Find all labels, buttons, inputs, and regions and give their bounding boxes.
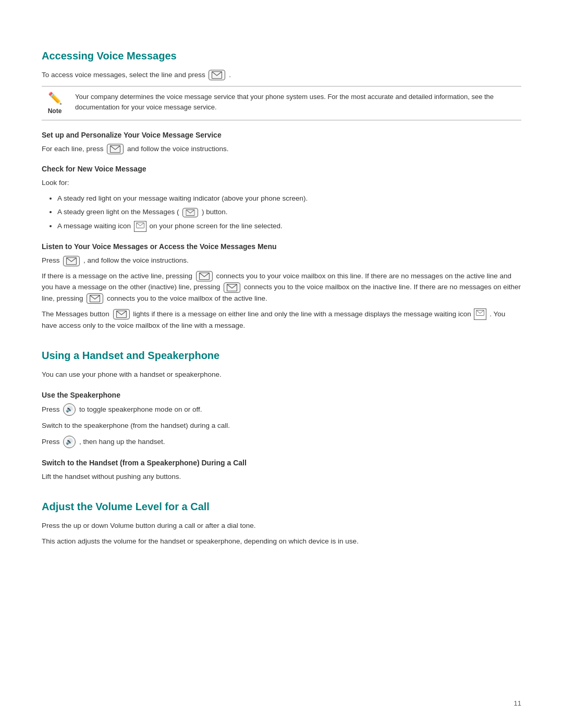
note-block: ✏️ Note Your company determines the voic… — [42, 86, 521, 120]
envelope-button-messages-btn — [113, 309, 130, 319]
speakerphone-para-2: Switch to the speakerphone (from the han… — [42, 420, 521, 431]
envelope-button-active — [196, 271, 213, 281]
note-icon-col: ✏️ Note — [42, 92, 68, 115]
look-for-label: Look for: — [42, 177, 521, 189]
subsection-title-set-up: Set up and Personalize Your Voice Messag… — [42, 131, 521, 139]
listen-para-2: If there is a message on the active line… — [42, 270, 521, 304]
page-number: 11 — [514, 699, 521, 707]
adjust-volume-para-2: This action adjusts the volume for the h… — [42, 536, 521, 547]
subsection-title-speakerphone: Use the Speakerphone — [42, 391, 521, 399]
speakerphone-button-2: 🔊 — [63, 436, 76, 448]
listen-para-1: Press , and follow the voice instruction… — [42, 255, 521, 266]
bullet-red-light: A steady red light on your message waiti… — [57, 193, 521, 204]
envelope-button-access — [209, 70, 225, 80]
bullet-waiting-icon: A message waiting icon on your phone scr… — [57, 220, 521, 232]
check-new-bullets: A steady red light on your message waiti… — [57, 193, 521, 232]
subsection-title-switch-handset: Switch to the Handset (from a Speakerpho… — [42, 459, 521, 467]
envelope-button-setup — [107, 144, 124, 154]
envelope-button-messages-green — [182, 208, 198, 217]
switch-handset-body: Lift the handset without pushing any but… — [42, 471, 521, 483]
handset-intro: You can use your phone with a handset or… — [42, 369, 521, 380]
speakerphone-para-1: Press 🔊 to toggle speakerphone mode on o… — [42, 403, 521, 416]
envelope-button-press — [63, 256, 80, 266]
envelope-button-inactive — [224, 282, 240, 293]
bullet-green-light: A steady green light on the Messages ( )… — [57, 206, 521, 218]
listen-para-3: The Messages button lights if there is a… — [42, 309, 521, 331]
note-label: Note — [48, 107, 62, 115]
subsection-title-listen: Listen to Your Voice Messages or Access … — [42, 242, 521, 251]
accessing-voice-intro: To access voice messages, select the lin… — [42, 69, 521, 81]
speakerphone-button-1: 🔊 — [63, 403, 76, 416]
envelope-button-either — [87, 293, 103, 304]
speakerphone-para-3: Press 🔊 , then hang up the handset. — [42, 436, 521, 448]
section-title-handset-speakerphone: Using a Handset and Speakerphone — [42, 350, 521, 362]
adjust-volume-para-1: Press the up or down Volume button durin… — [42, 520, 521, 532]
subsection-title-check-new: Check for New Voice Message — [42, 165, 521, 173]
note-text: Your company determines the voice messag… — [75, 92, 521, 114]
section-title-accessing-voice: Accessing Voice Messages — [42, 50, 521, 62]
set-up-body: For each line, press and follow the voic… — [42, 143, 521, 155]
section-title-adjust-volume: Adjust the Volume Level for a Call — [42, 501, 521, 513]
pencil-icon: ✏️ — [48, 92, 62, 105]
